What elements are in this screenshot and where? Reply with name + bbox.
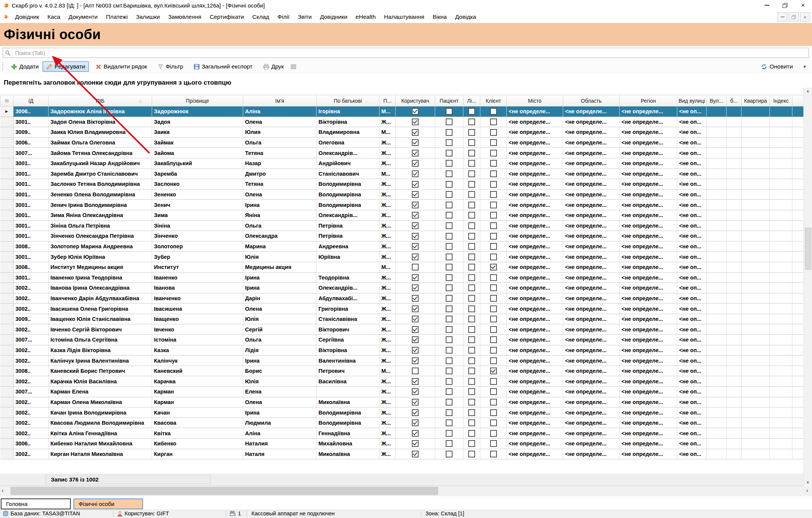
cell-index[interactable]: [770, 397, 792, 407]
cell-building[interactable]: [727, 293, 742, 304]
checkbox-user[interactable]: [396, 335, 435, 345]
horizontal-scrollbar[interactable]: ‹ ›: [0, 486, 812, 496]
cell-sex[interactable]: Ж...: [379, 252, 396, 262]
table-row[interactable]: 3008..Институт Медицины акцияИнститутМед…: [0, 262, 812, 272]
checkbox-doctor[interactable]: [463, 179, 480, 190]
cell-id[interactable]: 3001..: [14, 179, 49, 190]
cell-street-type[interactable]: <не оп...: [677, 117, 707, 127]
cell-firstname[interactable]: Ольга: [243, 335, 317, 345]
cell-firstname[interactable]: Аліна: [243, 106, 317, 117]
checkbox-user[interactable]: [396, 366, 435, 376]
vertical-scrollbar[interactable]: ▲ ▼: [803, 88, 812, 486]
table-row[interactable]: 3001..Закаблуцький Назар АндрійовичЗакаб…: [0, 158, 812, 169]
cell-apartment[interactable]: [742, 355, 770, 366]
checkbox-client[interactable]: [480, 117, 507, 127]
checkbox-client[interactable]: [480, 304, 507, 314]
cell-middlename[interactable]: Петрович: [317, 366, 379, 376]
cell-fio[interactable]: Зубер Юлія Юріївна: [49, 252, 152, 262]
cell-lastname[interactable]: Карман: [152, 387, 243, 397]
cell-sex[interactable]: Ж...: [379, 189, 396, 200]
cell-lastname[interactable]: Казка: [152, 345, 243, 355]
table-row[interactable]: 3001..Зененко Олена ВолодимирівнаЗененко…: [0, 189, 812, 200]
cell-lastname[interactable]: Іванова: [152, 283, 243, 293]
menu-item-довідка[interactable]: Довідка: [451, 14, 480, 20]
row-selector[interactable]: [0, 376, 14, 387]
cell-middlename[interactable]: Григорівна: [317, 304, 379, 314]
cell-apartment[interactable]: [742, 137, 770, 148]
cell-street-type[interactable]: <не оп...: [677, 366, 707, 376]
cell-building[interactable]: [727, 407, 742, 418]
cell-oblast[interactable]: <не определе...: [563, 324, 620, 335]
cell-lastname[interactable]: Заслонко: [152, 179, 243, 190]
table-row[interactable]: 3008..Каневский Борис ПетровичКаневскийБ…: [0, 366, 812, 376]
checkbox-client[interactable]: [480, 314, 507, 324]
cell-fio[interactable]: Івасишена Олена Григорівна: [49, 304, 152, 314]
cell-id[interactable]: 3001..: [14, 158, 49, 169]
cell-street[interactable]: [707, 220, 727, 231]
cell-apartment[interactable]: [742, 272, 770, 283]
cell-fio[interactable]: Зінченко Олександра Петрівна: [49, 231, 152, 242]
cell-fio[interactable]: Карман Елена: [49, 387, 152, 397]
cell-fio[interactable]: Кибенко Наталия Михайловна: [49, 439, 152, 449]
cell-firstname[interactable]: Ольга: [243, 137, 317, 148]
cell-id[interactable]: 3006..: [14, 106, 49, 117]
cell-lastname[interactable]: Івасишена: [152, 304, 243, 314]
checkbox-client[interactable]: [480, 179, 507, 190]
row-selector[interactable]: [0, 304, 14, 314]
table-row[interactable]: 3002..Качан Ірина ВолодимирівнаКачанІрин…: [0, 407, 812, 418]
cell-city[interactable]: <не определе...: [507, 200, 563, 210]
checkbox-user[interactable]: [396, 262, 435, 272]
checkbox-client[interactable]: [480, 418, 507, 428]
cell-id[interactable]: 3009..: [14, 314, 49, 324]
column-header[interactable]: П...: [379, 95, 396, 106]
cell-street-type[interactable]: <не оп...: [677, 335, 707, 345]
cell-index[interactable]: [770, 304, 792, 314]
checkbox-patient[interactable]: [435, 293, 463, 304]
cell-street[interactable]: [707, 407, 727, 418]
cell-middlename[interactable]: Володимирівна: [317, 407, 379, 418]
cell-firstname[interactable]: Ірина: [243, 200, 317, 210]
cell-middlename[interactable]: Станіславівна: [317, 314, 379, 324]
cell-street[interactable]: [707, 137, 727, 148]
cell-sex[interactable]: М...: [379, 127, 396, 138]
cell-region[interactable]: <не определе...: [620, 376, 677, 387]
cell-id[interactable]: 3006..: [14, 137, 49, 148]
cell-index[interactable]: [770, 210, 792, 220]
row-selector[interactable]: [0, 397, 14, 407]
cell-region[interactable]: <не определе...: [620, 283, 677, 293]
cell-oblast[interactable]: <не определе...: [563, 137, 620, 148]
cell-street-type[interactable]: <не оп...: [677, 376, 707, 387]
checkbox-user[interactable]: [396, 189, 435, 200]
cell-sex[interactable]: Ж...: [379, 200, 396, 210]
checkbox-doctor[interactable]: [463, 387, 480, 397]
cell-id[interactable]: 3007...: [14, 387, 49, 397]
checkbox-doctor[interactable]: [463, 439, 480, 449]
cell-apartment[interactable]: [742, 314, 770, 324]
checkbox-doctor[interactable]: [463, 117, 480, 127]
cell-fio[interactable]: Кирган Наталя Миколаївна: [49, 449, 152, 459]
checkbox-patient[interactable]: [435, 376, 463, 387]
cell-oblast[interactable]: <не определе...: [563, 449, 620, 459]
cell-firstname[interactable]: Лідія: [243, 345, 317, 355]
table-row[interactable]: 3001..Заремба Дмитро СтаніславовичЗаремб…: [0, 169, 812, 179]
cell-sex[interactable]: Ж...: [379, 439, 396, 449]
cell-oblast[interactable]: <не определе...: [563, 148, 620, 158]
cell-oblast[interactable]: <не определе...: [563, 314, 620, 324]
cell-index[interactable]: [770, 387, 792, 397]
cell-sex[interactable]: Ж...: [379, 324, 396, 335]
cell-apartment[interactable]: [742, 158, 770, 169]
checkbox-client[interactable]: [480, 106, 507, 117]
cell-building[interactable]: [727, 241, 742, 252]
cell-building[interactable]: [727, 262, 742, 272]
cell-street[interactable]: [707, 200, 727, 210]
column-header[interactable]: Прізвище: [152, 95, 243, 106]
checkbox-user[interactable]: [396, 304, 435, 314]
cell-middlename[interactable]: [317, 262, 379, 272]
cell-index[interactable]: [770, 231, 792, 242]
cell-street[interactable]: [707, 355, 727, 366]
cell-index[interactable]: [770, 418, 792, 428]
cell-sex[interactable]: М...: [379, 366, 396, 376]
cell-middlename[interactable]: Володимирівна: [317, 189, 379, 200]
cell-id[interactable]: 3002..: [14, 345, 49, 355]
cell-firstname[interactable]: Олена: [243, 397, 317, 407]
